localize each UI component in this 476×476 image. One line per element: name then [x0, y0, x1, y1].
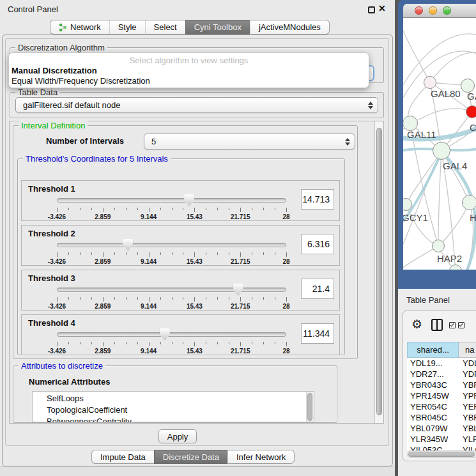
attribute-item[interactable]: TopologicalCoefficient — [47, 404, 314, 416]
threshold-slider[interactable]: -3.4262.8599.14415.4321.71528 — [57, 328, 286, 356]
table-cell: YDL1 — [459, 358, 476, 369]
table-row[interactable]: YIL053CYIL0 — [407, 445, 476, 450]
attributes-scrollbar[interactable] — [306, 392, 314, 422]
settings-scrollbar-thumb[interactable] — [376, 128, 382, 415]
table-row[interactable]: YLR345WYLR3 — [407, 434, 476, 445]
network-node-gal4[interactable] — [433, 142, 450, 160]
close-traffic-light-icon[interactable] — [415, 6, 423, 15]
threshold-slider[interactable]: -3.4262.8599.14415.4321.71528 — [57, 238, 286, 266]
table-cell: YDL19... — [407, 358, 459, 369]
table-row[interactable]: YDR27...YDR2 — [407, 369, 476, 380]
float-window-icon[interactable] — [368, 6, 375, 13]
network-node-h[interactable] — [462, 195, 476, 210]
number-of-intervals-combobox[interactable]: 5 — [144, 134, 355, 150]
table-scrollbar-thumb[interactable] — [408, 452, 475, 457]
table-column-header[interactable]: shared... — [407, 342, 459, 358]
slider-tick — [57, 342, 58, 346]
slider-tick — [68, 297, 69, 300]
algorithm-option[interactable]: Equal Width/Frequency Discretization — [9, 76, 369, 86]
split-columns-icon[interactable] — [431, 319, 443, 331]
attribute-item[interactable]: SelfLoops — [47, 393, 314, 404]
close-icon[interactable]: ✕ — [378, 3, 386, 13]
table-row[interactable]: YBR045CYBR0 — [407, 412, 476, 423]
network-node-c[interactable] — [466, 105, 476, 118]
table-row[interactable]: YPR145WYPR1 — [407, 390, 476, 401]
slider-tick — [137, 252, 138, 255]
network-window-titlebar[interactable] — [403, 4, 476, 18]
algorithm-placeholder-option[interactable]: Select algorithm to view settings — [9, 56, 369, 66]
slider-track[interactable] — [57, 198, 286, 203]
slider-tick — [286, 342, 287, 346]
slider-thumb[interactable] — [184, 194, 194, 206]
slider-track[interactable] — [57, 288, 286, 292]
slider-thumb[interactable] — [160, 328, 170, 341]
tick-label: 28 — [272, 348, 301, 355]
checkbox-icon[interactable] — [458, 322, 464, 328]
table-rows: YDL19...YDL1YDR27...YDR2YBR043CYBR0YPR14… — [407, 358, 476, 450]
tab-impute-data[interactable]: Impute Data — [91, 450, 154, 464]
table-cell: YER054C — [407, 401, 459, 412]
table-cell: YPR1 — [459, 390, 476, 401]
threshold-slider[interactable]: -3.4262.8599.14415.4321.71528 — [57, 283, 286, 311]
slider-tick — [240, 297, 241, 302]
gear-icon[interactable]: ⚙ — [411, 317, 422, 332]
tab-infer-network[interactable]: Infer Network — [227, 450, 295, 464]
slider-tick — [68, 252, 69, 255]
slider-tick — [103, 208, 104, 212]
threshold-value-field[interactable]: 14.713 — [301, 189, 334, 210]
table-row[interactable]: YER054CYER0 — [407, 401, 476, 412]
network-edge — [406, 151, 441, 204]
tab-label: Infer Network — [236, 452, 286, 462]
network-node-hap2[interactable] — [432, 240, 445, 252]
slider-tick — [149, 252, 150, 257]
minimize-traffic-light-icon[interactable] — [429, 6, 437, 15]
tick-label: 2.859 — [88, 258, 118, 265]
slider-thumb[interactable] — [233, 284, 243, 296]
slider-tick — [194, 297, 195, 302]
attributes-group-title: Attributes to discretize — [19, 361, 105, 371]
slider-tick — [126, 342, 127, 344]
threshold-slider[interactable]: -3.4262.8599.14415.4321.71528 — [57, 194, 286, 222]
tab-jactivemnodules[interactable]: jActiveMNodules — [250, 20, 330, 35]
apply-button[interactable]: Apply — [158, 429, 197, 443]
network-canvas[interactable]: GAL80GACGAL11GAL4GCY1HHAP2 — [403, 18, 476, 270]
tab-cyni-toolbox[interactable]: Cyni Toolbox — [185, 20, 250, 35]
table-horizontal-scrollbar[interactable] — [407, 450, 476, 458]
slider-tick — [252, 252, 252, 255]
tab-select[interactable]: Select — [145, 20, 185, 35]
table-cell: YIL0 — [459, 445, 476, 450]
threshold-value-field[interactable]: 11.344 — [301, 323, 334, 344]
table-row[interactable]: YBR043CYBR0 — [407, 380, 476, 390]
slider-tick — [275, 342, 275, 344]
table-row[interactable]: YDL19...YDL1 — [407, 358, 476, 369]
slider-track[interactable] — [57, 332, 286, 337]
tab-discretize-data[interactable]: Discretize Data — [154, 450, 227, 464]
attributes-scrollbar-thumb[interactable] — [307, 393, 312, 421]
settings-vertical-scrollbar[interactable] — [374, 121, 383, 423]
network-edge — [403, 31, 430, 82]
slider-track[interactable] — [57, 243, 286, 247]
slider-tick — [206, 342, 206, 344]
table-row[interactable]: YBL079WYBL0 — [407, 423, 476, 434]
spinner-icon — [368, 102, 374, 109]
threshold-value-field[interactable]: 6.316 — [301, 234, 334, 254]
network-node-gal80[interactable] — [424, 76, 436, 89]
checkbox-icon[interactable] — [449, 322, 456, 328]
table-column-header[interactable]: na — [459, 342, 476, 358]
slider-thumb[interactable] — [123, 239, 133, 251]
tick-label: 9.144 — [134, 348, 164, 355]
slider-ticks — [57, 342, 286, 347]
tick-label: 15.43 — [180, 348, 209, 355]
tab-network[interactable]: Network — [50, 20, 109, 35]
tab-style[interactable]: Style — [109, 20, 145, 35]
slider-tick — [57, 208, 58, 212]
table-data-combobox[interactable]: galFiltered.sif default node — [15, 97, 378, 113]
slider-tick — [183, 342, 183, 344]
threshold-value-field[interactable]: 21.4 — [301, 279, 334, 299]
algorithm-option[interactable]: Manual Discretization — [9, 66, 369, 76]
slider-tick — [217, 252, 218, 255]
zoom-traffic-light-icon[interactable] — [443, 6, 451, 15]
slider-tick — [172, 297, 173, 300]
tick-label: 21.715 — [226, 303, 255, 310]
attribute-item[interactable]: BetweennessCentrality — [47, 416, 314, 422]
